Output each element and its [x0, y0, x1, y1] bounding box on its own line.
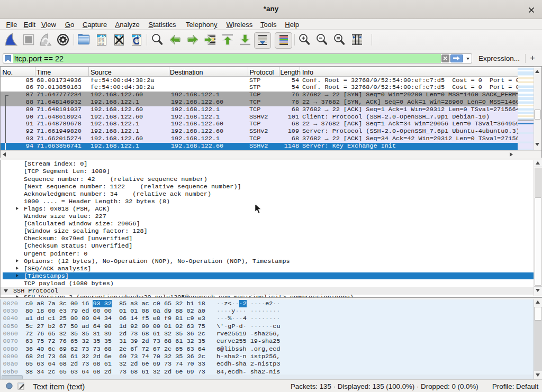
svg-text:0111: 0111: [98, 43, 104, 45]
